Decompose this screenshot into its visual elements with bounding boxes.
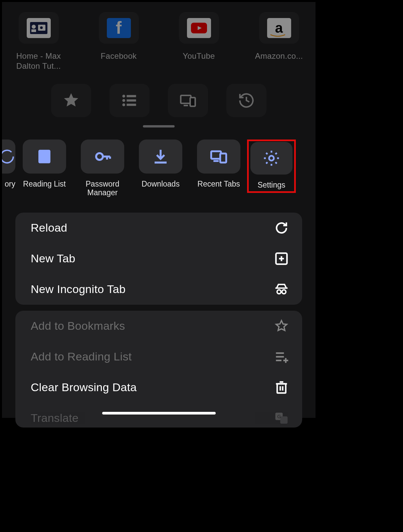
svg-point-2 (40, 26, 43, 29)
screen: Home - Max Dalton Tut... f Facebook YouT… (0, 0, 318, 420)
favicon-amazon: a (267, 18, 291, 38)
carousel-item-history[interactable]: ory (2, 140, 15, 188)
actions-carousel[interactable]: ory Reading List Password Manager Downlo… (2, 127, 316, 207)
menu-label: Add to Bookmarks (31, 319, 125, 332)
shortcut-favicon-wrap (19, 12, 59, 44)
svg-rect-17 (41, 153, 48, 155)
new-tab-icon (274, 251, 289, 266)
svg-text:G: G (277, 414, 281, 419)
incognito-icon (274, 282, 289, 297)
devices-icon (197, 140, 240, 174)
tile-history[interactable] (226, 84, 266, 117)
menu-add-to-bookmarks[interactable]: Add to Bookmarks (15, 311, 302, 341)
tile-recent-tabs[interactable] (168, 84, 208, 117)
carousel-item-password-manager[interactable]: Password Manager (73, 140, 132, 197)
gear-icon (250, 142, 292, 175)
menu-clear-browsing-data[interactable]: Clear Browsing Data (15, 372, 302, 403)
favicon-youtube (187, 18, 211, 38)
shortcut-item[interactable]: Home - Max Dalton Tut... (12, 12, 65, 71)
suggestion-tiles (2, 84, 316, 117)
svg-point-7 (122, 95, 125, 98)
shortcut-item[interactable]: f Facebook (92, 12, 146, 71)
carousel-item-reading-list[interactable]: Reading List (15, 140, 73, 188)
svg-rect-8 (127, 95, 136, 97)
svg-rect-10 (127, 99, 136, 102)
carousel-label: Recent Tabs (197, 180, 240, 188)
svg-point-29 (269, 156, 274, 161)
shortcut-favicon-wrap: a (259, 12, 299, 44)
menu-add-to-reading-list[interactable]: Add to Reading List (15, 341, 302, 372)
menu-translate[interactable]: Translate G (15, 403, 302, 428)
carousel-label: Password Manager (76, 180, 129, 197)
menu-new-incognito-tab[interactable]: New Incognito Tab (15, 274, 302, 305)
svg-point-3 (32, 25, 36, 29)
new-tab-background: Home - Max Dalton Tut... f Facebook YouT… (2, 2, 316, 117)
svg-point-9 (122, 99, 125, 102)
carousel-item-recent-tabs[interactable]: Recent Tabs (190, 140, 248, 188)
svg-rect-19 (41, 159, 46, 161)
menu-new-tab[interactable]: New Tab (15, 243, 302, 274)
svg-rect-42 (277, 384, 286, 393)
carousel-label: Settings (257, 181, 285, 189)
svg-point-34 (277, 290, 281, 294)
history-icon (238, 92, 255, 109)
shortcut-label: Amazon.co... (255, 51, 303, 61)
shortcut-label: YouTube (183, 51, 215, 61)
svg-rect-15 (190, 97, 195, 106)
devices-icon (179, 92, 197, 109)
history-icon (2, 140, 15, 174)
svg-rect-28 (220, 154, 226, 163)
sheet-grabber[interactable] (143, 125, 175, 127)
menu-panel-primary: Reload New Tab New Incognito Tab (15, 213, 302, 305)
menu-reload[interactable]: Reload (15, 213, 302, 243)
svg-point-35 (282, 290, 286, 294)
list-icon (121, 92, 138, 109)
shortcut-favicon-wrap: f (99, 12, 139, 44)
menu-label: New Incognito Tab (31, 283, 126, 296)
svg-rect-12 (127, 104, 136, 106)
menu-label: Reload (31, 221, 67, 234)
menu-label: Add to Reading List (31, 350, 132, 363)
home-indicator[interactable] (102, 412, 216, 415)
reload-icon (274, 221, 289, 235)
download-icon (139, 140, 182, 174)
svg-point-11 (122, 103, 125, 106)
list-add-icon (274, 349, 289, 364)
star-outline-icon (274, 319, 289, 333)
star-icon (62, 92, 80, 109)
reading-list-icon (23, 140, 66, 174)
menu-label: Translate (31, 412, 78, 425)
translate-icon: G (274, 411, 289, 426)
key-icon (81, 140, 124, 174)
shortcut-label: Home - Max Dalton Tut... (12, 51, 65, 71)
svg-point-20 (96, 153, 103, 160)
trash-icon (274, 380, 289, 395)
shortcut-favicon-wrap (179, 12, 219, 44)
menu-label: Clear Browsing Data (31, 381, 137, 394)
menu-label: New Tab (31, 252, 75, 265)
shortcut-item[interactable]: a Amazon.co... (252, 12, 306, 71)
favicon-facebook: f (107, 18, 131, 38)
shortcut-item[interactable]: YouTube (172, 12, 226, 71)
favicon-maxdalton (27, 18, 51, 38)
carousel-label: ory (5, 180, 15, 188)
tile-bookmarks[interactable] (51, 84, 91, 117)
carousel-label: Downloads (142, 180, 180, 188)
menu-panel-secondary: Add to Bookmarks Add to Reading List Cle… (15, 311, 302, 428)
svg-rect-48 (280, 416, 287, 424)
carousel-item-settings[interactable]: Settings (247, 140, 296, 193)
carousel-item-downloads[interactable]: Downloads (132, 140, 190, 188)
tile-reading-list[interactable] (110, 84, 150, 117)
svg-rect-4 (31, 29, 36, 32)
svg-rect-18 (41, 156, 48, 158)
carousel-label: Reading List (23, 180, 66, 188)
shortcut-label: Facebook (101, 51, 137, 61)
svg-rect-13 (181, 95, 191, 103)
shortcuts-row: Home - Max Dalton Tut... f Facebook YouT… (2, 2, 316, 71)
